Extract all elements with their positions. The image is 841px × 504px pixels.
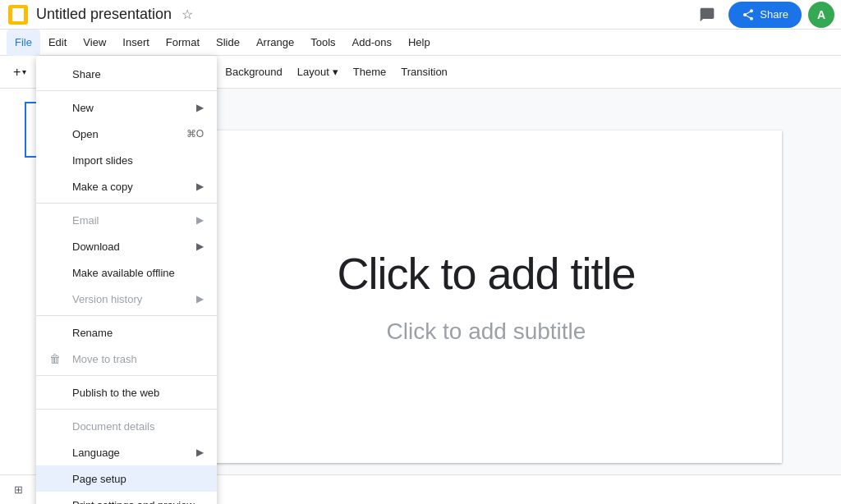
dropdown-divider-2 <box>36 203 217 204</box>
copy-arrow: ▶ <box>196 181 204 192</box>
new-label: New <box>72 102 94 114</box>
comments-icon[interactable] <box>692 0 722 30</box>
menu-view[interactable]: View <box>75 30 114 56</box>
open-label: Open <box>72 128 99 140</box>
dropdown-open[interactable]: Open ⌘O <box>36 121 217 147</box>
toolbar-theme[interactable]: Theme <box>347 59 393 85</box>
share-button[interactable]: Share <box>728 2 802 28</box>
trash-label: Move to trash <box>72 353 137 365</box>
dropdown-rename[interactable]: Rename <box>36 319 217 346</box>
dropdown-offline[interactable]: Make available offline <box>36 259 217 286</box>
theme-label: Theme <box>353 66 386 78</box>
version-label: Version history <box>72 293 142 305</box>
version-arrow: ▶ <box>196 293 204 305</box>
menu-tools[interactable]: Tools <box>302 30 343 56</box>
dropdown-divider-1 <box>36 90 217 91</box>
dropdown-print-settings[interactable]: Print settings and preview <box>36 492 217 504</box>
document-title[interactable]: Untitled presentation <box>36 6 172 23</box>
toolbar-background[interactable]: Background <box>218 59 288 85</box>
menu-insert[interactable]: Insert <box>114 30 158 56</box>
dropdown-divider-5 <box>36 409 217 410</box>
menu-file[interactable]: File <box>7 30 40 56</box>
toolbar-add-btn[interactable]: + ▾ <box>7 59 33 85</box>
dropdown-details: Document details <box>36 413 217 439</box>
slide-subtitle-placeholder[interactable]: Click to add subtitle <box>387 318 586 345</box>
new-arrow: ▶ <box>196 102 204 113</box>
dropdown-divider-4 <box>36 375 217 376</box>
import-label: Import slides <box>72 154 133 167</box>
toolbar-layout[interactable]: Layout ▾ <box>291 59 345 85</box>
menu-addons[interactable]: Add-ons <box>344 30 400 56</box>
dropdown-copy[interactable]: Make a copy ▶ <box>36 173 217 199</box>
menu-slide[interactable]: Slide <box>208 30 248 56</box>
email-arrow: ▶ <box>196 214 204 226</box>
toolbar-transition[interactable]: Transition <box>394 59 454 85</box>
layout-arrow: ▾ <box>333 66 338 78</box>
star-icon[interactable]: ☆ <box>182 7 193 22</box>
layout-label: Layout <box>297 66 329 78</box>
dropdown-page-setup[interactable]: Page setup <box>36 465 217 492</box>
download-label: Download <box>72 241 120 253</box>
offline-label: Make available offline <box>72 267 175 279</box>
dropdown-download[interactable]: Download ▶ <box>36 233 217 259</box>
copy-label: Make a copy <box>72 181 133 193</box>
background-label: Background <box>225 66 282 78</box>
open-shortcut: ⌘O <box>186 128 204 140</box>
print-settings-label: Print settings and preview <box>72 499 195 505</box>
page-setup-label: Page setup <box>72 473 126 485</box>
title-bar: Untitled presentation ☆ Share A <box>0 0 841 30</box>
dropdown-email: Email ▶ <box>36 207 217 233</box>
dropdown-version[interactable]: Version history ▶ <box>36 286 217 312</box>
share-menu-label: Share <box>72 68 101 80</box>
menu-arrange[interactable]: Arrange <box>248 30 302 56</box>
dropdown-language[interactable]: Language ▶ <box>36 439 217 465</box>
file-dropdown: Share New ▶ Open ⌘O Import slides Make a… <box>36 56 217 504</box>
grid-view-icon[interactable]: ⊞ <box>7 479 30 502</box>
menu-help[interactable]: Help <box>400 30 439 56</box>
slide-title-placeholder[interactable]: Click to add title <box>337 248 635 299</box>
publish-label: Publish to the web <box>72 387 159 399</box>
slide-canvas[interactable]: Click to add title Click to add subtitle <box>191 131 782 463</box>
menu-format[interactable]: Format <box>158 30 208 56</box>
slides-logo <box>8 5 28 25</box>
canvas-area: Click to add title Click to add subtitle… <box>131 89 841 504</box>
dropdown-share[interactable]: Share <box>36 61 217 87</box>
download-arrow: ▶ <box>196 241 204 252</box>
dropdown-divider-3 <box>36 315 217 316</box>
dropdown-import[interactable]: Import slides <box>36 147 217 173</box>
dropdown-new[interactable]: New ▶ <box>36 94 217 121</box>
menu-bar: File Edit View Insert Format Slide Arran… <box>0 30 841 56</box>
app-icon <box>7 3 30 26</box>
profile-icon[interactable]: A <box>808 2 834 28</box>
details-label: Document details <box>72 420 154 433</box>
trash-icon: 🗑 <box>49 352 62 365</box>
header-icons: Share A <box>692 0 834 30</box>
transition-label: Transition <box>401 66 448 78</box>
rename-label: Rename <box>72 327 113 339</box>
menu-edit[interactable]: Edit <box>40 30 75 56</box>
share-label: Share <box>760 8 788 21</box>
language-arrow: ▶ <box>196 447 204 458</box>
dropdown-publish[interactable]: Publish to the web <box>36 379 217 405</box>
dropdown-trash[interactable]: 🗑 Move to trash <box>36 346 217 372</box>
email-label: Email <box>72 214 99 227</box>
language-label: Language <box>72 447 120 459</box>
